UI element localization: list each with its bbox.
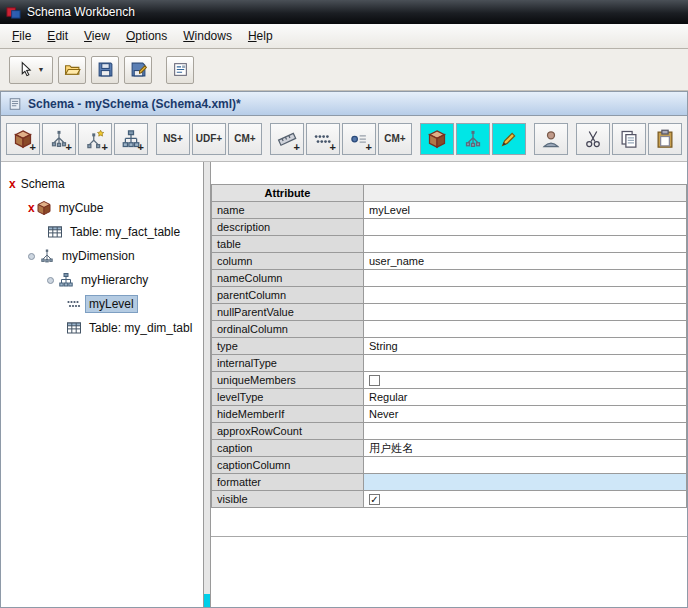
prop-value-table[interactable]: [364, 236, 687, 253]
add-calculated-member-button[interactable]: CM+: [228, 123, 262, 155]
prop-value-name[interactable]: myLevel: [364, 202, 687, 219]
prop-attr-parentColumn: parentColumn: [212, 287, 364, 304]
add-user-defined-function-button[interactable]: UDF+: [192, 123, 226, 155]
tree-item-label: Table: my_fact_table: [66, 223, 184, 241]
plus-badge: +: [66, 141, 72, 153]
paste-button[interactable]: [648, 123, 682, 155]
prop-row-column: columnuser_name: [212, 253, 687, 270]
app-logo-icon: [6, 5, 21, 20]
tree-item-mydimension[interactable]: myDimension: [1, 244, 203, 268]
split-divider[interactable]: [203, 162, 211, 607]
add-calculated-member-property-button[interactable]: CM+: [378, 123, 412, 155]
prop-attr-hideMemberIf: hideMemberIf: [212, 406, 364, 423]
open-icon: [64, 61, 81, 78]
prop-value-nullParentValue[interactable]: [364, 304, 687, 321]
prop-row-nameColumn: nameColumn: [212, 270, 687, 287]
cut-button[interactable]: [576, 123, 610, 155]
copy-button[interactable]: [612, 123, 646, 155]
schema-document-icon: [8, 97, 22, 111]
save-as-button[interactable]: [124, 56, 152, 84]
visible-checkbox[interactable]: ✓: [369, 494, 380, 505]
add-hierarchy-button[interactable]: +: [114, 123, 148, 155]
frame-title: Schema - mySchema (Schema4.xml)*: [28, 97, 241, 111]
prop-value-captionColumn[interactable]: [364, 457, 687, 474]
prop-value-ordinalColumn[interactable]: [364, 321, 687, 338]
add-property-button[interactable]: +: [342, 123, 376, 155]
tree-item-table-my-dim-tabl[interactable]: Table: my_dim_tabl: [1, 316, 203, 340]
prop-row-internalType: internalType: [212, 355, 687, 372]
add-named-set-button[interactable]: NS+: [156, 123, 190, 155]
prop-attr-description: description: [212, 219, 364, 236]
prop-value-caption[interactable]: 用户姓名: [364, 440, 687, 457]
prop-row-table: table: [212, 236, 687, 253]
prop-value-levelType[interactable]: Regular: [364, 389, 687, 406]
add-level-button[interactable]: +: [306, 123, 340, 155]
prop-value-parentColumn[interactable]: [364, 287, 687, 304]
prop-row-captionColumn: captionColumn: [212, 457, 687, 474]
prop-row-approxRowCount: approxRowCount: [212, 423, 687, 440]
prop-value-internalType[interactable]: [364, 355, 687, 372]
prop-value-description[interactable]: [364, 219, 687, 236]
tree-item-schema[interactable]: xSchema: [1, 172, 203, 196]
prop-value-visible[interactable]: ✓: [364, 491, 687, 508]
save-button[interactable]: [91, 56, 119, 84]
hierarchy-icon: [58, 272, 74, 288]
prop-row-type: typeString: [212, 338, 687, 355]
prop-value-hideMemberIf[interactable]: Never: [364, 406, 687, 423]
tree-item-label: myCube: [55, 199, 108, 217]
prop-row-visible: visible✓: [212, 491, 687, 508]
internal-frame: Schema - mySchema (Schema4.xml)* ++++NS+…: [0, 91, 688, 608]
menu-file[interactable]: File: [4, 26, 39, 46]
dropdown-arrow-icon[interactable]: ▼: [38, 66, 45, 73]
add-virtual-dimension-button[interactable]: [456, 123, 490, 155]
internal-frame-titlebar[interactable]: Schema - mySchema (Schema4.xml)*: [1, 92, 687, 116]
titlebar[interactable]: Schema Workbench: [0, 0, 688, 24]
add-virtual-measure-button[interactable]: [492, 123, 526, 155]
prop-value-nameColumn[interactable]: [364, 270, 687, 287]
prop-attr-uniqueMembers: uniqueMembers: [212, 372, 364, 389]
prop-attr-approxRowCount: approxRowCount: [212, 423, 364, 440]
prop-attr-type: type: [212, 338, 364, 355]
add-role-button[interactable]: [534, 123, 568, 155]
prop-value-approxRowCount[interactable]: [364, 423, 687, 440]
menu-windows[interactable]: Windows: [175, 26, 240, 46]
menu-options[interactable]: Options: [118, 26, 175, 46]
tree-item-table-my-fact-table[interactable]: Table: my_fact_table: [1, 220, 203, 244]
prop-attr-levelType: levelType: [212, 389, 364, 406]
prop-value-uniqueMembers[interactable]: [364, 372, 687, 389]
prop-value-column[interactable]: user_name: [364, 253, 687, 270]
prop-attr-formatter: formatter: [212, 474, 364, 491]
prop-attr-column: column: [212, 253, 364, 270]
add-measure-button[interactable]: +: [270, 123, 304, 155]
menu-help[interactable]: Help: [240, 26, 281, 46]
add-calculated-member-property-label: CM+: [384, 133, 405, 144]
expand-knob[interactable]: [47, 277, 54, 284]
tree-item-label: myLevel: [85, 295, 138, 313]
prop-row-levelType: levelTypeRegular: [212, 389, 687, 406]
new-icon: [18, 61, 35, 78]
prop-value-formatter[interactable]: [364, 474, 687, 491]
divider-handle[interactable]: [204, 594, 210, 607]
prop-value-type[interactable]: String: [364, 338, 687, 355]
tree-item-myhierarchy[interactable]: myHierarchy: [1, 268, 203, 292]
tree-item-mylevel[interactable]: myLevel: [1, 292, 203, 316]
add-dimension-usage-button[interactable]: +: [78, 123, 112, 155]
open-button[interactable]: [58, 56, 86, 84]
plus-badge: +: [366, 141, 372, 153]
menu-view[interactable]: View: [76, 26, 118, 46]
preferences-button[interactable]: [166, 56, 194, 84]
toolbar-group: [576, 123, 682, 155]
tree-item-mycube[interactable]: xmyCube: [1, 196, 203, 220]
app-window: Schema Workbench FileEditViewOptionsWind…: [0, 0, 688, 608]
expand-knob[interactable]: [28, 253, 35, 260]
add-dimension-button[interactable]: +: [42, 123, 76, 155]
property-table: Attribute namemyLeveldescriptiontablecol…: [211, 184, 687, 508]
add-cube-button[interactable]: +: [6, 123, 40, 155]
add-calculated-member-label: CM+: [234, 133, 255, 144]
table-icon: [66, 320, 82, 336]
add-virtual-cube-button[interactable]: [420, 123, 454, 155]
new-button[interactable]: ▼: [9, 56, 53, 84]
uniqueMembers-checkbox[interactable]: [369, 375, 380, 386]
menu-edit[interactable]: Edit: [39, 26, 76, 46]
frame-content: xSchemaxmyCubeTable: my_fact_tablemyDime…: [1, 162, 687, 607]
